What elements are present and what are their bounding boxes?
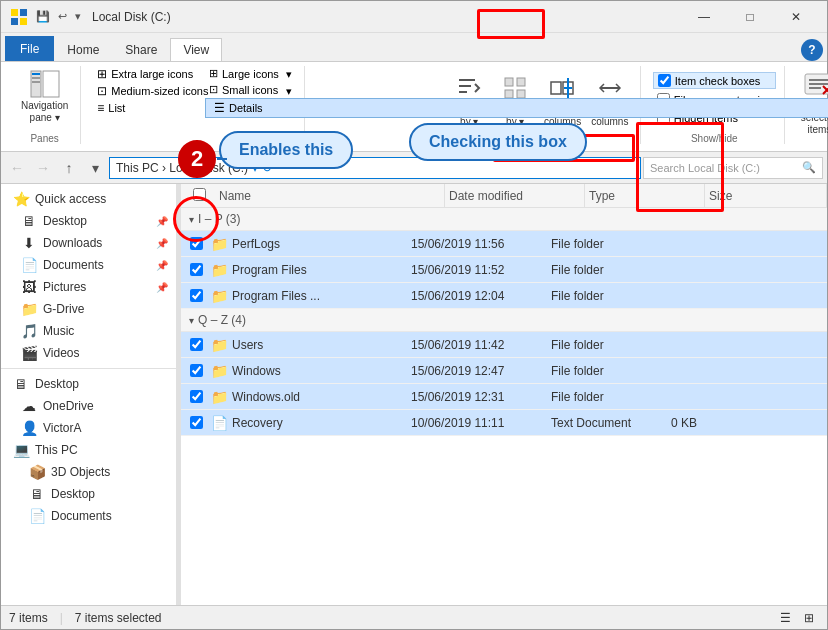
filename: Program Files — [232, 263, 307, 277]
tab-home[interactable]: Home — [54, 38, 112, 61]
table-row[interactable]: 📁 Program Files 15/06/2019 11:52 File fo… — [181, 257, 827, 283]
check-cell — [181, 263, 211, 276]
sidebar-item-documents2[interactable]: 📄 Documents — [1, 505, 176, 527]
desktop-icon: 🖥 — [21, 213, 37, 229]
chevron-icon: ▾ — [189, 214, 194, 225]
folder-icon: 📁 — [211, 337, 228, 353]
row-checkbox[interactable] — [190, 416, 203, 429]
tab-view[interactable]: View — [170, 38, 222, 62]
row-checkbox[interactable] — [190, 237, 203, 250]
sidebar-item-music[interactable]: 🎵 Music — [1, 320, 176, 342]
refresh-icon[interactable]: ↻ — [262, 161, 272, 175]
details-icon: ☰ — [214, 101, 225, 115]
maximize-button[interactable]: □ — [727, 1, 773, 33]
quick-access-toolbar[interactable]: 💾 ↩ ▾ — [33, 8, 84, 25]
sidebar-item-3d-objects[interactable]: 📦 3D Objects — [1, 461, 176, 483]
group-q-z[interactable]: ▾ Q – Z (4) — [181, 309, 827, 332]
address-dropdown[interactable]: ▾ — [252, 161, 258, 175]
sidebar-item-documents[interactable]: 📄 Documents 📌 — [1, 254, 176, 276]
check-header — [185, 188, 215, 204]
type-cell: Text Document — [551, 416, 671, 430]
name-cell: 📄 Recovery — [211, 415, 411, 431]
forward-button[interactable]: → — [31, 156, 55, 180]
chevron-icon2: ▾ — [189, 315, 194, 326]
minimize-button[interactable]: — — [681, 1, 727, 33]
customize-icon[interactable]: ▾ — [72, 8, 84, 25]
row-checkbox[interactable] — [190, 263, 203, 276]
sidebar-item-pictures[interactable]: 🖼 Pictures 📌 — [1, 276, 176, 298]
folder-icon: 📁 — [211, 236, 228, 252]
table-row[interactable]: 📁 Windows 15/06/2019 12:47 File folder — [181, 358, 827, 384]
back-button[interactable]: ← — [5, 156, 29, 180]
sidebar-item-videos[interactable]: 🎬 Videos — [1, 342, 176, 364]
sidebar-item-onedrive[interactable]: ☁ OneDrive — [1, 395, 176, 417]
window-title: Local Disk (C:) — [92, 10, 681, 24]
ribbon-tabs: File Home Share View ? — [1, 33, 827, 61]
size-column-header[interactable]: Size — [705, 184, 827, 207]
save-icon[interactable]: 💾 — [33, 8, 53, 25]
sidebar-item-victora[interactable]: 👤 VictorA — [1, 417, 176, 439]
group-i-p[interactable]: ▾ I – P (3) — [181, 208, 827, 231]
sidebar-item-desktop2[interactable]: 🖥 Desktop — [1, 373, 176, 395]
large-icons-btn[interactable]: ⊞ Large icons ▾ — [205, 66, 828, 81]
row-checkbox[interactable] — [190, 364, 203, 377]
sidebar-item-downloads[interactable]: ⬇ Downloads 📌 — [1, 232, 176, 254]
recent-locations-button[interactable]: ▾ — [83, 156, 107, 180]
nav-pane-icon — [29, 68, 61, 100]
ribbon-section-layout: ⊞ Extra large icons ▾ ⊡ Medium-sized ico… — [85, 66, 305, 144]
star-icon: ⭐ — [13, 191, 29, 207]
navigation-pane-button[interactable]: Navigationpane ▾ — [17, 66, 72, 126]
sidebar-item-gdrive[interactable]: 📁 G-Drive — [1, 298, 176, 320]
date-cell: 15/06/2019 12:47 — [411, 364, 551, 378]
table-row[interactable]: 📁 Program Files ... 15/06/2019 12:04 Fil… — [181, 283, 827, 309]
table-row[interactable]: 📁 PerfLogs 15/06/2019 11:56 File folder — [181, 231, 827, 257]
svg-rect-3 — [20, 18, 27, 25]
sidebar-item-desktop3[interactable]: 🖥 Desktop — [1, 483, 176, 505]
table-row[interactable]: 📁 Windows.old 15/06/2019 12:31 File fold… — [181, 384, 827, 410]
type-cell: File folder — [551, 390, 671, 404]
file-list: Name Date modified Type Size ▾ I – P (3)… — [181, 184, 827, 605]
folder-icon: 📁 — [211, 389, 228, 405]
table-row[interactable]: 📁 Users 15/06/2019 11:42 File folder — [181, 332, 827, 358]
docs2-icon: 📄 — [29, 508, 45, 524]
tab-share[interactable]: Share — [112, 38, 170, 61]
row-checkbox[interactable] — [190, 390, 203, 403]
table-row[interactable]: 📄 Recovery 10/06/2019 11:11 Text Documen… — [181, 410, 827, 436]
undo-icon[interactable]: ↩ — [55, 8, 70, 25]
row-checkbox[interactable] — [190, 338, 203, 351]
date-column-header[interactable]: Date modified — [445, 184, 585, 207]
check-cell — [181, 416, 211, 429]
up-button[interactable]: ↑ — [57, 156, 81, 180]
search-icon: 🔍 — [802, 161, 816, 174]
view-buttons: ☰ ⊞ — [775, 608, 819, 628]
items-count: 7 items — [9, 611, 48, 625]
search-bar[interactable]: Search Local Disk (C:) 🔍 — [643, 157, 823, 179]
row-checkbox[interactable] — [190, 289, 203, 302]
close-button[interactable]: ✕ — [773, 1, 819, 33]
details-view-button[interactable]: ☰ — [775, 608, 795, 628]
date-cell: 15/06/2019 12:04 — [411, 289, 551, 303]
details-btn[interactable]: ☰ Details ▾ — [205, 98, 828, 118]
sidebar-item-desktop[interactable]: 🖥 Desktop 📌 — [1, 210, 176, 232]
small-icons-btn[interactable]: ⊡ Small icons ▾ — [205, 82, 828, 97]
large-view-button[interactable]: ⊞ — [799, 608, 819, 628]
svg-rect-5 — [43, 71, 59, 97]
name-cell: 📁 Users — [211, 337, 411, 353]
check-cell — [181, 289, 211, 302]
sidebar-item-this-pc[interactable]: 💻 This PC — [1, 439, 176, 461]
pin-icon3: 📌 — [156, 260, 168, 271]
sidebar-item-quick-access[interactable]: ⭐ Quick access — [1, 188, 176, 210]
help-button[interactable]: ? — [801, 39, 823, 61]
sidebar-divider1 — [1, 368, 176, 369]
nav-pane-label: Navigationpane ▾ — [21, 100, 68, 124]
pictures-icon: 🖼 — [21, 279, 37, 295]
statusbar: 7 items | 7 items selected ☰ ⊞ — [1, 605, 827, 629]
tab-file[interactable]: File — [5, 36, 54, 61]
address-bar[interactable]: This PC › Local Disk (C:) ▾ ↻ — [109, 157, 641, 179]
type-column-header[interactable]: Type — [585, 184, 705, 207]
titlebar: 💾 ↩ ▾ Local Disk (C:) — □ ✕ — [1, 1, 827, 33]
grid-sm-icon: ⊡ — [97, 84, 107, 98]
folder-icon: 📁 — [211, 262, 228, 278]
select-all-checkbox[interactable] — [193, 188, 206, 201]
name-column-header[interactable]: Name — [215, 184, 445, 207]
